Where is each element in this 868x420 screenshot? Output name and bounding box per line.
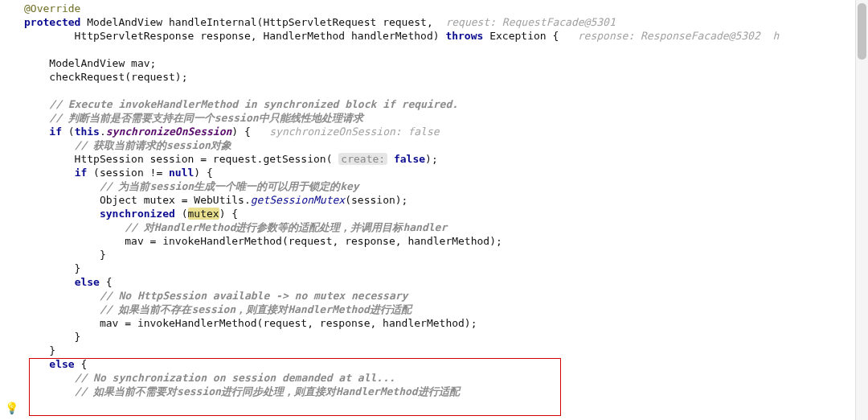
code-line[interactable]: // No HttpSession available -> no mutex … [24, 289, 856, 303]
code-area[interactable]: @Overrideprotected ModelAndView handleIn… [0, 0, 856, 398]
code-line[interactable]: // 获取当前请求的session对象 [24, 138, 856, 152]
code-line[interactable]: // 判断当前是否需要支持在同一个session中只能线性地处理请求 [24, 111, 856, 125]
code-line[interactable]: // 如果当前不需要对session进行同步处理，则直接对HandlerMeth… [24, 385, 856, 398]
code-line[interactable]: if (session != null) { [24, 166, 856, 179]
code-line[interactable]: if (this.synchronizeOnSession) { synchro… [24, 125, 856, 138]
code-line[interactable]: HttpSession session = request.getSession… [24, 152, 856, 166]
execution-line-highlight: mav = invokeHandlerMethod(request, respo… [0, 411, 856, 420]
code-line[interactable]: synchronized (mutex) { [24, 207, 856, 220]
code-line[interactable]: checkRequest(request); [24, 70, 856, 84]
vertical-scrollbar[interactable] [855, 0, 868, 420]
code-line[interactable]: Object mutex = WebUtils.getSessionMutex(… [24, 193, 856, 207]
code-line[interactable]: ModelAndView mav; [24, 56, 856, 70]
code-line[interactable]: // 为当前session生成一个唯一的可以用于锁定的key [24, 179, 856, 193]
code-line[interactable]: } [24, 344, 856, 357]
code-line[interactable]: // 如果当前不存在session，则直接对HandlerMethod进行适配 [24, 303, 856, 316]
code-line[interactable]: mav = invokeHandlerMethod(request, respo… [24, 316, 856, 330]
editor-gutter[interactable]: 💡 [0, 0, 23, 420]
code-line[interactable]: HttpServletResponse response, HandlerMet… [24, 29, 856, 43]
code-line[interactable]: mav = invokeHandlerMethod(request, respo… [24, 234, 856, 248]
code-line[interactable]: } [24, 330, 856, 344]
code-line[interactable]: @Override [24, 2, 856, 15]
intention-bulb-icon[interactable]: 💡 [5, 401, 18, 415]
code-editor-viewport[interactable]: 💡 @Overrideprotected ModelAndView handle… [0, 0, 856, 420]
code-line[interactable]: else { [24, 275, 856, 289]
code-line[interactable]: // No synchronization on session demande… [24, 371, 856, 385]
code-line[interactable]: protected ModelAndView handleInternal(Ht… [24, 15, 856, 29]
code-line[interactable]: else { [24, 357, 856, 371]
code-line[interactable]: } [24, 248, 856, 261]
code-line[interactable]: } [24, 261, 856, 275]
code-line[interactable]: // Execute invokeHandlerMethod in synchr… [24, 97, 856, 111]
code-line[interactable]: // 对HandlerMethod进行参数等的适配处理，并调用目标handler [24, 220, 856, 234]
current-line-highlight [2, 397, 856, 411]
code-line[interactable] [24, 43, 856, 56]
scrollbar-thumb[interactable] [858, 3, 866, 60]
code-line[interactable] [24, 84, 856, 97]
execution-line-text: mav = invokeHandlerMethod(request, respo… [24, 411, 823, 420]
